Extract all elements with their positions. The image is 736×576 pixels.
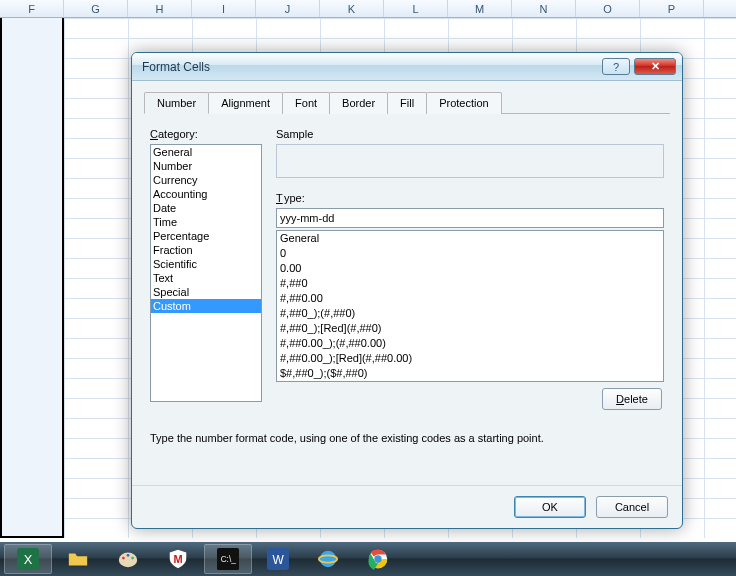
tab-fill[interactable]: Fill <box>387 92 427 114</box>
type-label: Type: <box>276 192 305 204</box>
palette-icon <box>117 548 139 570</box>
column-header[interactable]: K <box>320 0 384 17</box>
taskbar-cmd[interactable]: C:\_ <box>204 544 252 574</box>
help-button[interactable]: ? <box>602 58 630 75</box>
column-header[interactable]: L <box>384 0 448 17</box>
category-percentage[interactable]: Percentage <box>151 229 261 243</box>
type-option[interactable]: $#,##0_);[Red]($#,##0) <box>277 381 663 382</box>
chrome-icon <box>367 548 389 570</box>
category-list[interactable]: GeneralNumberCurrencyAccountingDateTimeP… <box>150 144 262 402</box>
category-date[interactable]: Date <box>151 201 261 215</box>
category-accounting[interactable]: Accounting <box>151 187 261 201</box>
svg-text:W: W <box>272 553 284 567</box>
taskbar-libraries[interactable] <box>54 544 102 574</box>
category-custom[interactable]: Custom <box>151 299 261 313</box>
column-header[interactable]: O <box>576 0 640 17</box>
cancel-button[interactable]: Cancel <box>596 496 668 518</box>
taskbar[interactable]: X M C:\_ W <box>0 542 736 576</box>
tab-font[interactable]: Font <box>282 92 330 114</box>
close-button[interactable]: ✕ <box>634 58 676 75</box>
sample-label: Sample <box>276 128 313 140</box>
shield-m-icon: M <box>167 548 189 570</box>
delete-button[interactable]: Delete <box>602 388 662 410</box>
svg-point-3 <box>122 557 125 560</box>
type-option[interactable]: #,##0.00 <box>277 291 663 306</box>
category-general[interactable]: General <box>151 145 261 159</box>
format-cells-dialog: Format Cells ? ✕ NumberAlignmentFontBord… <box>131 52 683 529</box>
taskbar-excel[interactable]: X <box>4 544 52 574</box>
type-option[interactable]: #,##0.00_);[Red](#,##0.00) <box>277 351 663 366</box>
column-headers: FGHIJKLMNOP <box>0 0 736 18</box>
column-header[interactable]: G <box>64 0 128 17</box>
close-icon: ✕ <box>651 60 660 73</box>
category-label: Category: <box>150 128 198 140</box>
tab-strip: NumberAlignmentFontBorderFillProtection <box>144 91 670 114</box>
category-text[interactable]: Text <box>151 271 261 285</box>
svg-text:M: M <box>173 553 182 565</box>
type-option[interactable]: #,##0_);[Red](#,##0) <box>277 321 663 336</box>
taskbar-ie[interactable] <box>304 544 352 574</box>
tab-number[interactable]: Number <box>144 92 209 114</box>
type-option[interactable]: 0.00 <box>277 261 663 276</box>
dialog-titlebar[interactable]: Format Cells ? ✕ <box>132 53 682 81</box>
type-option[interactable]: $#,##0_);($#,##0) <box>277 366 663 381</box>
type-list[interactable]: General00.00#,##0#,##0.00#,##0_);(#,##0)… <box>276 230 664 382</box>
ie-icon <box>317 548 339 570</box>
dialog-title: Format Cells <box>138 60 598 74</box>
type-option[interactable]: 0 <box>277 246 663 261</box>
svg-point-5 <box>131 557 134 560</box>
category-currency[interactable]: Currency <box>151 173 261 187</box>
tab-protection[interactable]: Protection <box>426 92 502 114</box>
sample-box <box>276 144 664 178</box>
category-scientific[interactable]: Scientific <box>151 257 261 271</box>
svg-text:X: X <box>24 552 33 567</box>
tab-border[interactable]: Border <box>329 92 388 114</box>
column-header[interactable]: H <box>128 0 192 17</box>
taskbar-mcafee[interactable]: M <box>154 544 202 574</box>
type-option[interactable]: General <box>277 231 663 246</box>
taskbar-chrome[interactable] <box>354 544 402 574</box>
hint-text: Type the number format code, using one o… <box>150 432 664 444</box>
taskbar-word[interactable]: W <box>254 544 302 574</box>
column-header[interactable]: J <box>256 0 320 17</box>
ok-button[interactable]: OK <box>514 496 586 518</box>
help-icon: ? <box>613 61 619 73</box>
excel-icon: X <box>17 548 39 570</box>
terminal-icon: C:\_ <box>217 548 239 570</box>
column-header[interactable]: P <box>640 0 704 17</box>
folder-icon <box>67 548 89 570</box>
svg-point-11 <box>320 551 337 568</box>
category-number[interactable]: Number <box>151 159 261 173</box>
type-input[interactable] <box>276 208 664 228</box>
type-option[interactable]: #,##0.00_);(#,##0.00) <box>277 336 663 351</box>
svg-point-4 <box>127 554 130 557</box>
selected-column[interactable] <box>0 18 64 538</box>
word-icon: W <box>267 548 289 570</box>
column-header[interactable]: M <box>448 0 512 17</box>
taskbar-paint[interactable] <box>104 544 152 574</box>
column-header[interactable]: I <box>192 0 256 17</box>
category-special[interactable]: Special <box>151 285 261 299</box>
column-header[interactable]: N <box>512 0 576 17</box>
tab-alignment[interactable]: Alignment <box>208 92 283 114</box>
column-header[interactable]: F <box>0 0 64 17</box>
type-option[interactable]: #,##0 <box>277 276 663 291</box>
category-fraction[interactable]: Fraction <box>151 243 261 257</box>
type-option[interactable]: #,##0_);(#,##0) <box>277 306 663 321</box>
svg-point-14 <box>374 555 381 562</box>
category-time[interactable]: Time <box>151 215 261 229</box>
svg-text:C:\_: C:\_ <box>221 555 237 564</box>
